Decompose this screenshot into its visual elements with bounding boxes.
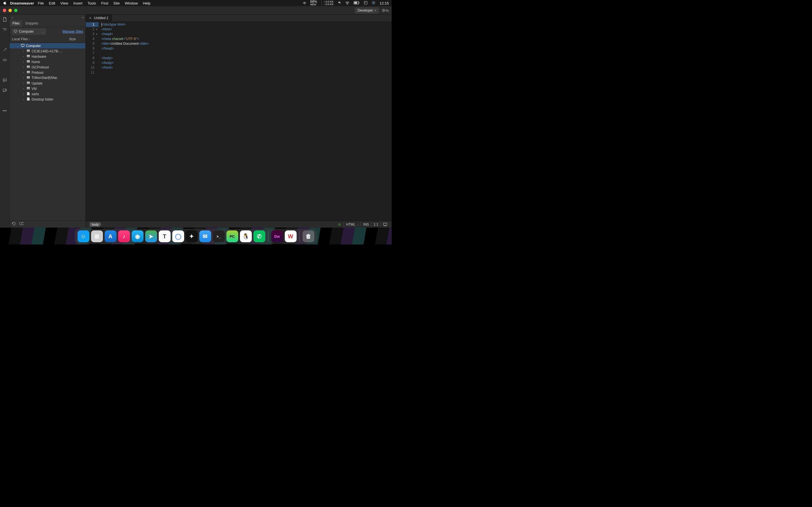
code-line[interactable]: <head>	[101, 32, 392, 37]
code-line[interactable]: <title>Untitled Document</title>	[101, 41, 392, 46]
close-tab-icon[interactable]: ✕	[89, 16, 92, 20]
more-icon[interactable]: •••	[2, 108, 7, 113]
code-line[interactable]: </html>	[101, 65, 392, 70]
tab-snippets[interactable]: Snippets	[22, 20, 41, 27]
code-lines[interactable]: <!doctype html><html><head><meta charset…	[99, 21, 392, 221]
line-gutter[interactable]: 12▾3▾4567891011	[86, 21, 99, 221]
apple-menu-icon[interactable]	[3, 1, 7, 6]
code-line[interactable]: <!doctype html>	[101, 22, 392, 27]
line-number[interactable]: 8	[86, 56, 98, 61]
menu-view[interactable]: View	[60, 1, 68, 5]
mac-dock[interactable]: ☺⊞A♪◉➤T◯✦✉>_PC🐧✆DwW🗑	[75, 229, 317, 244]
line-number[interactable]: 4	[86, 37, 98, 41]
code-line[interactable]: <meta charset="UTF-8">	[101, 37, 392, 41]
code-line[interactable]	[101, 51, 392, 56]
dock-app-appstore[interactable]: A	[105, 230, 116, 242]
line-number[interactable]: 6	[86, 46, 98, 51]
dock-app-wechat[interactable]: ✆	[253, 230, 265, 242]
code-line[interactable]: <body>	[101, 56, 392, 61]
window-minimize-button[interactable]	[8, 9, 12, 12]
line-number[interactable]: 7	[86, 51, 98, 56]
siri-icon[interactable]	[371, 1, 375, 5]
dock-app-textedit[interactable]: T	[159, 230, 170, 242]
filter-icon[interactable]	[2, 27, 7, 32]
tree-item[interactable]: VM	[10, 86, 86, 91]
disclosure-arrow-icon[interactable]	[22, 82, 25, 85]
dom-breadcrumb[interactable]: body	[90, 222, 101, 227]
tree-item[interactable]: Desktop folder	[10, 97, 86, 102]
disclosure-arrow-icon[interactable]	[22, 55, 25, 58]
memory-indicator[interactable]: 68%MEM	[310, 1, 317, 6]
disclosure-arrow-icon[interactable]	[22, 66, 25, 69]
dock-app-terminal[interactable]: >_	[213, 230, 225, 242]
line-number[interactable]: 1	[86, 22, 99, 27]
tree-item[interactable]: xarts	[10, 91, 86, 97]
tree-item[interactable]: iSCPreboot	[10, 64, 86, 70]
col-local-files[interactable]: Local Files	[12, 37, 28, 41]
refresh-icon[interactable]	[12, 222, 16, 226]
line-number[interactable]: 11	[86, 70, 98, 75]
app-name[interactable]: Dreamweaver	[10, 1, 34, 5]
comment-icon[interactable]	[2, 78, 7, 83]
tree-item[interactable]: Hardware	[10, 54, 86, 59]
panel-collapse-icon[interactable]: ‹‹	[11, 16, 13, 19]
language-selector[interactable]: HTML⌵	[344, 222, 361, 227]
disclosure-arrow-icon[interactable]	[16, 45, 19, 47]
menu-file[interactable]: File	[38, 1, 44, 5]
document-tab[interactable]: ✕ Untitled-1	[86, 15, 112, 21]
code-hint-icon[interactable]	[2, 57, 7, 62]
dock-app-maps[interactable]: ➤	[145, 230, 157, 242]
wifi-icon[interactable]	[345, 1, 350, 5]
dock-app-music[interactable]: ♪	[118, 230, 130, 242]
lint-ok-icon[interactable]: ⊘	[338, 223, 341, 226]
dock-app-dreamweaver[interactable]: Dw	[271, 230, 283, 242]
disclosure-arrow-icon[interactable]	[22, 76, 25, 79]
line-number[interactable]: 2▾	[86, 27, 98, 32]
disclosure-arrow-icon[interactable]	[22, 87, 25, 90]
code-line[interactable]: </head>	[101, 46, 392, 51]
dock-app-pycharm[interactable]: PC	[226, 230, 238, 242]
manage-sites-link[interactable]: Manage Sites	[63, 30, 83, 34]
dock-app-chrome[interactable]: ◯	[172, 230, 184, 242]
panel-menu-icon[interactable]: ≡	[82, 16, 84, 19]
clock[interactable]: 12:15	[379, 1, 389, 5]
sync-settings-icon[interactable]: ⚙⇆	[382, 8, 389, 13]
disclosure-arrow-icon[interactable]	[22, 61, 25, 63]
spotlight-icon[interactable]	[364, 1, 368, 5]
line-number[interactable]: 5	[86, 41, 98, 46]
code-area[interactable]: 12▾3▾4567891011 <!doctype html><html><he…	[86, 21, 392, 221]
tab-files[interactable]: Files	[10, 20, 22, 27]
code-line[interactable]: </body>	[101, 61, 392, 65]
disclosure-arrow-icon[interactable]	[22, 93, 25, 96]
menu-help[interactable]: Help	[143, 1, 151, 5]
dock-app-finder[interactable]: ☺	[78, 230, 89, 242]
menu-site[interactable]: Site	[113, 1, 119, 5]
file-tree[interactable]: ComputerCE3E148D-A17B-…HardwarehomeiSCPr…	[10, 43, 86, 220]
site-selector[interactable]: Computer	[12, 29, 46, 34]
tree-item[interactable]: Preboot	[10, 70, 86, 75]
code-line[interactable]: <html>	[101, 27, 392, 32]
disclosure-arrow-icon[interactable]	[22, 71, 25, 74]
realtime-preview-icon[interactable]	[380, 222, 389, 227]
tree-item[interactable]: home	[10, 59, 86, 64]
workspace-switcher[interactable]: Developer ▾	[355, 7, 379, 13]
menu-tools[interactable]: Tools	[87, 1, 96, 5]
battery-icon[interactable]	[354, 1, 360, 5]
window-maximize-button[interactable]	[14, 9, 17, 12]
dock-app-trash[interactable]: 🗑	[303, 230, 314, 242]
sync-icon[interactable]	[19, 222, 24, 226]
dock-app-qq[interactable]: 🐧	[240, 230, 252, 242]
wand-icon[interactable]	[2, 47, 7, 52]
dock-app-mail[interactable]: ✉	[199, 230, 211, 242]
tree-item[interactable]: Update	[10, 80, 86, 86]
extract-icon[interactable]	[2, 88, 7, 93]
dock-app-wps[interactable]: W	[285, 230, 297, 242]
notifications-icon[interactable]	[337, 1, 341, 5]
insert-mode[interactable]: INS	[361, 222, 371, 227]
col-size[interactable]: Size	[69, 37, 83, 41]
file-icon[interactable]	[2, 17, 7, 22]
line-number[interactable]: 3▾	[86, 32, 98, 37]
dock-app-stocks[interactable]: ✦	[186, 230, 198, 242]
sort-arrow-icon[interactable]: ↑	[29, 38, 31, 41]
window-close-button[interactable]	[3, 9, 6, 12]
